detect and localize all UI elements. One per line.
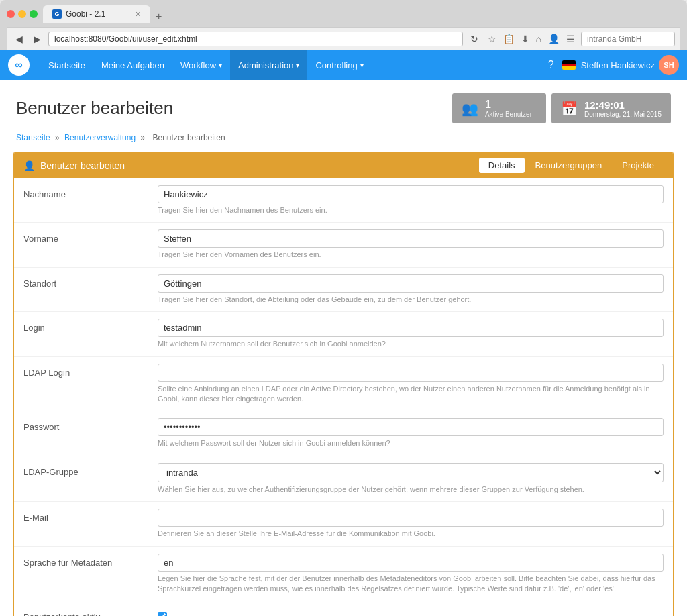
form-row-passwort: Passwort Mit welchem Passwort soll der N… — [14, 411, 673, 456]
form-row-ldap-gruppe: LDAP-Gruppe intranda Wählen Sie hier aus… — [14, 456, 673, 502]
browser-search-input[interactable] — [581, 32, 675, 46]
input-login[interactable] — [158, 319, 664, 337]
nav-item-startseite[interactable]: Startseite — [40, 50, 93, 80]
checkbox-benutzerkonto-aktiv[interactable] — [158, 612, 167, 616]
datetime-widget: 📅 12:49:01 Donnerstag, 21. Mai 2015 — [551, 93, 671, 123]
users-icon: 👥 — [462, 101, 478, 117]
tab-details[interactable]: Details — [479, 158, 525, 173]
form-body: Nachname Tragen Sie hier den Nachnamen d… — [14, 178, 673, 616]
label-login: Login — [23, 319, 158, 333]
active-users-widget[interactable]: 👥 1 Aktive Benutzer — [452, 93, 546, 123]
calendar-icon: 📅 — [561, 101, 578, 117]
user-icon[interactable]: 👤 — [546, 34, 562, 44]
workflow-caret-icon: ▾ — [219, 62, 222, 69]
form-row-standort: Standort Tragen Sie hier den Standort, d… — [14, 268, 673, 312]
field-email: Definieren Sie an dieser Stelle Ihre E-M… — [158, 509, 664, 539]
form-row-login: Login Mit welchem Nutzernamen soll der B… — [14, 312, 673, 356]
page-title: Benutzer bearbeiten — [16, 98, 173, 119]
card-tabs: Details Benutzergruppen Projekte — [479, 158, 664, 173]
field-standort: Tragen Sie hier den Standort, die Abteil… — [158, 274, 664, 305]
label-nachname: Nachname — [23, 185, 158, 199]
menu-icon[interactable]: ☰ — [564, 34, 577, 44]
hint-passwort: Mit welchem Passwort soll der Nutzer sic… — [158, 438, 664, 448]
user-edit-icon: 👤 — [23, 160, 35, 171]
active-users-count: 1 — [485, 99, 532, 111]
field-login: Mit welchem Nutzernamen soll der Benutze… — [158, 319, 664, 349]
browser-action-buttons: ☆ 📋 ⬇ ⌂ 👤 ☰ — [486, 34, 577, 44]
current-time: 12:49:01 — [584, 99, 662, 111]
bookmark-icon[interactable]: 📋 — [501, 34, 517, 44]
tab-benutzergruppen[interactable]: Benutzergruppen — [526, 158, 612, 173]
back-button[interactable]: ◀ — [12, 32, 26, 46]
breadcrumb: Startseite » Benutzerverwaltung » Benutz… — [0, 130, 687, 149]
breadcrumb-separator-2: » — [140, 133, 145, 142]
minimize-button[interactable] — [18, 10, 26, 18]
input-nachname[interactable] — [158, 185, 664, 203]
field-vorname: Tragen Sie hier den Vornamen des Benutze… — [158, 229, 664, 260]
form-row-vorname: Vorname Tragen Sie hier den Vornamen des… — [14, 223, 673, 267]
breadcrumb-current: Benutzer bearbeiten — [153, 133, 225, 142]
label-ldap-login: LDAP Login — [23, 364, 158, 378]
close-button[interactable] — [7, 10, 15, 18]
select-ldap-gruppe[interactable]: intranda — [158, 463, 664, 482]
tab-projekte[interactable]: Projekte — [613, 158, 664, 173]
hint-sprache: Legen Sie hier die Sprache fest, mit der… — [158, 574, 664, 595]
nav-item-workflow[interactable]: Workflow ▾ — [172, 50, 230, 80]
label-email: E-Mail — [23, 509, 158, 523]
input-email[interactable] — [158, 509, 664, 527]
breadcrumb-startseite[interactable]: Startseite — [16, 133, 50, 142]
browser-tab-active[interactable]: G Goobi - 2.1 ✕ — [43, 5, 150, 23]
refresh-button[interactable]: ↻ — [467, 32, 482, 46]
home-icon[interactable]: ⌂ — [534, 34, 543, 44]
input-standort[interactable] — [158, 274, 664, 293]
form-row-email: E-Mail Definieren Sie an dieser Stelle I… — [14, 502, 673, 546]
field-benutzerkonto-aktiv: Deaktivieren Sie hier den Benutzer, wenn… — [158, 608, 664, 616]
label-benutzerkonto-aktiv: Benutzerkonto aktiv — [23, 608, 158, 616]
hint-ldap-login: Sollte eine Anbindung an einen LDAP oder… — [158, 384, 664, 405]
hint-nachname: Tragen Sie hier den Nachnamen des Benutz… — [158, 205, 664, 215]
url-bar[interactable] — [48, 32, 463, 46]
tab-title: Goobi - 2.1 — [66, 9, 105, 19]
app-logo[interactable]: ∞ — [8, 54, 30, 76]
help-icon[interactable]: ? — [545, 56, 557, 74]
tab-close-button[interactable]: ✕ — [135, 10, 141, 19]
language-flag[interactable] — [562, 60, 576, 70]
label-vorname: Vorname — [23, 229, 158, 244]
administration-caret-icon: ▾ — [296, 62, 299, 69]
card-header-title: 👤 Benutzer bearbeiten — [23, 160, 125, 171]
field-nachname: Tragen Sie hier den Nachnamen des Benutz… — [158, 185, 664, 215]
controlling-caret-icon: ▾ — [360, 62, 364, 69]
header-widgets: 👥 1 Aktive Benutzer 📅 12:49:01 Donnersta… — [452, 93, 671, 123]
card-header: 👤 Benutzer bearbeiten Details Benutzergr… — [14, 152, 673, 178]
input-ldap-login[interactable] — [158, 364, 664, 382]
maximize-button[interactable] — [30, 10, 38, 18]
label-sprache: Sprache für Metadaten — [23, 554, 158, 568]
breadcrumb-benutzerverwaltung[interactable]: Benutzerverwaltung — [64, 133, 136, 142]
nav-item-meine-aufgaben[interactable]: Meine Aufgaben — [93, 50, 172, 80]
tab-favicon: G — [52, 9, 62, 19]
input-passwort[interactable] — [158, 418, 664, 436]
input-sprache[interactable] — [158, 554, 664, 572]
label-ldap-gruppe: LDAP-Gruppe — [23, 463, 158, 477]
hint-login: Mit welchem Nutzernamen soll der Benutze… — [158, 339, 664, 349]
hint-email: Definieren Sie an dieser Stelle Ihre E-M… — [158, 529, 664, 539]
current-date: Donnerstag, 21. Mai 2015 — [584, 111, 662, 118]
nav-item-administration[interactable]: Administration ▾ — [230, 50, 307, 80]
user-avatar: SH — [659, 55, 679, 75]
field-ldap-login: Sollte eine Anbindung an einen LDAP oder… — [158, 364, 664, 405]
page-header: Benutzer bearbeiten 👥 1 Aktive Benutzer … — [0, 80, 687, 130]
active-users-label: Aktive Benutzer — [485, 111, 532, 118]
logo-icon: ∞ — [15, 59, 22, 71]
nav-item-controlling[interactable]: Controlling ▾ — [307, 50, 371, 80]
new-tab-button[interactable]: + — [152, 11, 166, 23]
field-sprache: Legen Sie hier die Sprache fest, mit der… — [158, 554, 664, 595]
hint-ldap-gruppe: Wählen Sie hier aus, zu welcher Authenti… — [158, 484, 664, 495]
input-vorname[interactable] — [158, 229, 664, 248]
star-icon[interactable]: ☆ — [486, 34, 498, 44]
label-standort: Standort — [23, 274, 158, 289]
field-ldap-gruppe: intranda Wählen Sie hier aus, zu welcher… — [158, 463, 664, 495]
nav-user[interactable]: Steffen Hankiewicz SH — [581, 55, 679, 75]
top-navigation: ∞ Startseite Meine Aufgaben Workflow ▾ A… — [0, 50, 687, 80]
forward-button[interactable]: ▶ — [30, 32, 44, 46]
download-icon[interactable]: ⬇ — [519, 34, 531, 44]
